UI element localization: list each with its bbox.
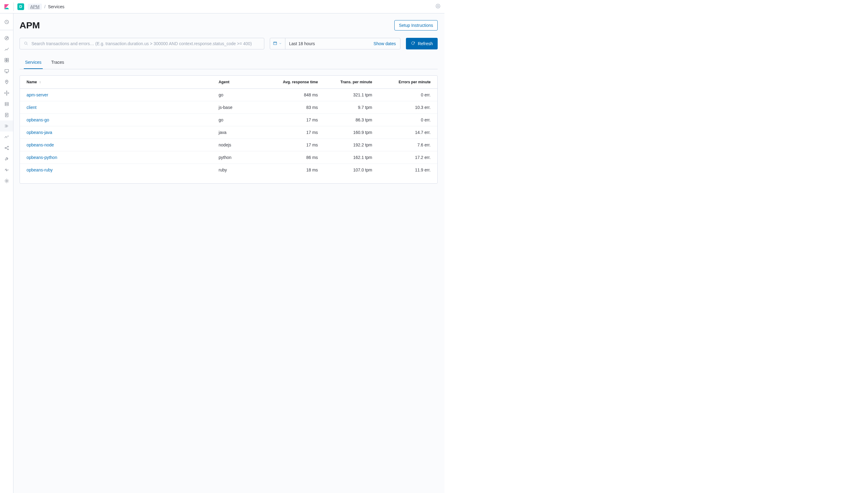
cell-agent: python bbox=[212, 151, 266, 164]
kibana-logo-icon[interactable] bbox=[4, 4, 10, 10]
table-row: apm-servergo848 ms321.1 tpm0 err. bbox=[20, 89, 437, 101]
col-agent[interactable]: Agent bbox=[212, 76, 266, 89]
search-box[interactable] bbox=[20, 38, 264, 49]
services-table: Name ↑ Agent Avg. response time Trans. p… bbox=[20, 76, 437, 176]
search-icon bbox=[23, 41, 28, 47]
sidenav-ml-icon[interactable] bbox=[0, 88, 13, 99]
col-name-label: Name bbox=[26, 80, 37, 84]
cell-epm: 17.2 err. bbox=[379, 151, 437, 164]
svg-point-10 bbox=[6, 92, 7, 94]
sidenav bbox=[0, 14, 14, 493]
sidenav-devtools-icon[interactable] bbox=[0, 153, 13, 165]
cell-avg-resp: 18 ms bbox=[266, 164, 325, 176]
cell-tpm: 321.1 tpm bbox=[325, 89, 379, 101]
sidenav-graph-icon[interactable] bbox=[0, 143, 13, 153]
svg-rect-16 bbox=[5, 104, 8, 106]
svg-point-1 bbox=[437, 5, 439, 7]
svg-point-0 bbox=[436, 4, 440, 8]
svg-point-12 bbox=[6, 94, 7, 95]
service-link[interactable]: apm-server bbox=[26, 92, 48, 97]
date-picker-button[interactable] bbox=[270, 38, 285, 49]
svg-point-9 bbox=[6, 81, 7, 82]
setup-instructions-button[interactable]: Setup Instructions bbox=[394, 20, 438, 30]
service-link[interactable]: opbeans-java bbox=[26, 130, 52, 135]
cell-epm: 10.3 err. bbox=[379, 101, 437, 114]
col-name[interactable]: Name ↑ bbox=[20, 76, 212, 89]
date-picker: Last 18 hours Show dates bbox=[270, 38, 400, 49]
table-row: clientjs-base83 ms9.7 tpm10.3 err. bbox=[20, 101, 437, 114]
svg-rect-23 bbox=[274, 42, 277, 45]
svg-rect-5 bbox=[7, 58, 8, 60]
sidenav-recent-icon[interactable] bbox=[0, 17, 13, 27]
col-epm[interactable]: Errors per minute bbox=[379, 76, 437, 89]
calendar-icon bbox=[273, 41, 277, 46]
sidenav-dashboard-icon[interactable] bbox=[0, 55, 13, 66]
cell-tpm: 107.0 tpm bbox=[325, 164, 379, 176]
cell-tpm: 160.9 tpm bbox=[325, 126, 379, 139]
sidenav-logs-icon[interactable] bbox=[0, 109, 13, 121]
svg-rect-15 bbox=[5, 103, 8, 104]
table-row: opbeans-nodenodejs17 ms192.2 tpm7.6 err. bbox=[20, 139, 437, 151]
sidenav-infra-icon[interactable] bbox=[0, 99, 13, 109]
sort-asc-icon: ↑ bbox=[39, 80, 41, 84]
cell-avg-resp: 17 ms bbox=[266, 139, 325, 151]
cell-agent: ruby bbox=[212, 164, 266, 176]
space-selector[interactable]: D bbox=[17, 3, 24, 10]
table-row: opbeans-gogo17 ms86.3 tpm0 err. bbox=[20, 114, 437, 126]
table-row: opbeans-rubyruby18 ms107.0 tpm11.9 err. bbox=[20, 164, 437, 176]
cell-avg-resp: 17 ms bbox=[266, 114, 325, 126]
svg-point-14 bbox=[8, 93, 8, 93]
svg-point-13 bbox=[4, 93, 5, 93]
svg-rect-6 bbox=[5, 60, 6, 62]
service-link[interactable]: opbeans-ruby bbox=[26, 168, 53, 172]
service-link[interactable]: opbeans-node bbox=[26, 143, 54, 147]
sidenav-canvas-icon[interactable] bbox=[0, 66, 13, 77]
svg-point-18 bbox=[5, 148, 6, 149]
svg-rect-8 bbox=[5, 69, 8, 72]
svg-rect-7 bbox=[7, 60, 8, 62]
breadcrumb-current: Services bbox=[48, 4, 64, 9]
cell-avg-resp: 86 ms bbox=[266, 151, 325, 164]
col-tpm[interactable]: Trans. per minute bbox=[325, 76, 379, 89]
divider bbox=[14, 2, 14, 11]
sidenav-management-icon[interactable] bbox=[0, 175, 13, 187]
cell-epm: 0 err. bbox=[379, 114, 437, 126]
sidenav-maps-icon[interactable] bbox=[0, 77, 13, 88]
cell-agent: go bbox=[212, 89, 266, 101]
date-range-label[interactable]: Last 18 hours bbox=[285, 41, 369, 46]
service-link[interactable]: client bbox=[26, 105, 37, 110]
breadcrumb-root-link[interactable]: APM bbox=[28, 4, 42, 10]
svg-point-3 bbox=[5, 36, 8, 40]
refresh-icon bbox=[411, 41, 416, 46]
topbar: D APM / Services bbox=[0, 0, 444, 14]
show-dates-link[interactable]: Show dates bbox=[369, 41, 400, 46]
tab-traces[interactable]: Traces bbox=[50, 56, 65, 69]
service-link[interactable]: opbeans-go bbox=[26, 117, 49, 122]
sidenav-discover-icon[interactable] bbox=[0, 33, 13, 44]
cell-agent: js-base bbox=[212, 101, 266, 114]
table-row: opbeans-pythonpython86 ms162.1 tpm17.2 e… bbox=[20, 151, 437, 164]
page-title: APM bbox=[20, 20, 40, 30]
breadcrumb: APM / Services bbox=[28, 4, 64, 10]
table-row: opbeans-javajava17 ms160.9 tpm14.7 err. bbox=[20, 126, 437, 139]
cell-agent: java bbox=[212, 126, 266, 139]
help-icon[interactable] bbox=[435, 3, 441, 10]
refresh-button[interactable]: Refresh bbox=[406, 38, 438, 49]
svg-point-21 bbox=[6, 180, 7, 182]
services-panel: Name ↑ Agent Avg. response time Trans. p… bbox=[20, 76, 438, 184]
tab-services[interactable]: Services bbox=[24, 56, 43, 69]
cell-epm: 0 err. bbox=[379, 89, 437, 101]
service-link[interactable]: opbeans-python bbox=[26, 155, 57, 160]
cell-tpm: 162.1 tpm bbox=[325, 151, 379, 164]
chevron-down-icon bbox=[279, 41, 282, 46]
search-input[interactable] bbox=[31, 41, 260, 46]
col-avg-response[interactable]: Avg. response time bbox=[266, 76, 325, 89]
sidenav-visualize-icon[interactable] bbox=[0, 44, 13, 55]
sidenav-uptime-icon[interactable] bbox=[0, 131, 13, 143]
svg-point-11 bbox=[6, 91, 7, 91]
refresh-label: Refresh bbox=[418, 41, 433, 46]
sidenav-monitoring-icon[interactable] bbox=[0, 165, 13, 175]
cell-tpm: 9.7 tpm bbox=[325, 101, 379, 114]
sidenav-apm-icon[interactable] bbox=[0, 121, 13, 131]
tabs: Services Traces bbox=[20, 56, 438, 69]
